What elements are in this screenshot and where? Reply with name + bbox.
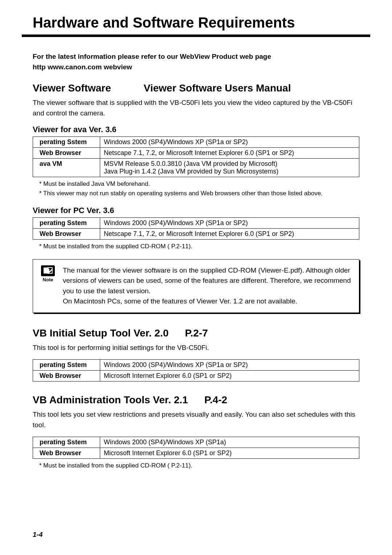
viewer-pc-title: Viewer for PC Ver. 3.6	[33, 206, 359, 215]
admin-tools-footnote: * Must be installed from the supplied CD…	[39, 461, 359, 470]
viewer-java-footnotes: * Must be installed Java VM beforehand. …	[39, 179, 359, 198]
setup-tool-heading: VB Initial Setup Tool Ver. 2.0 P.2-7	[33, 327, 359, 339]
viewer-desc: The viewer software that is supplied wit…	[33, 98, 359, 118]
table-row: perating Sstem Windows 2000 (SP4)/Window…	[33, 360, 359, 371]
value-cell: Netscape 7.1, 7.2, or Microsoft Internet…	[100, 148, 359, 159]
footnote-line: * Must be installed Java VM beforehand.	[39, 179, 359, 189]
table-row: Web Browser Microsoft Internet Explorer …	[33, 448, 359, 459]
viewer-java-table: perating Sstem Windows 2000 (SP4)/Window…	[33, 136, 359, 177]
viewer-heading: Viewer Software Viewer Software Users Ma…	[33, 82, 359, 94]
label-cell: ava VM	[33, 159, 100, 177]
value-cell: Netscape 7.1, 7.2, or Microsoft Internet…	[100, 229, 359, 240]
value-cell: Windows 2000 (SP4)/Windows XP (SP1a)	[100, 437, 359, 448]
label-cell: Web Browser	[33, 448, 100, 459]
label-cell: perating Sstem	[33, 218, 100, 229]
table-row: Web Browser Microsoft Internet Explorer …	[33, 371, 359, 381]
table-row: ava VM MSVM Release 5.0.0.3810 (Java VM …	[33, 159, 359, 177]
viewer-java-title: Viewer for ava Ver. 3.6	[33, 125, 359, 134]
intro-line-2: http www.canon.com webview	[33, 62, 359, 73]
label-cell: Web Browser	[33, 371, 100, 381]
footnote-line: * This viewer may not run stably on oper…	[39, 189, 359, 198]
page-number: 1-4	[33, 531, 42, 539]
admin-tools-desc: This tool lets you set view restrictions…	[33, 409, 359, 430]
viewer-pc-footnote: * Must be installed from the supplied CD…	[39, 242, 359, 251]
value-cell: Windows 2000 (SP4)/Windows XP (SP1a or S…	[100, 360, 359, 371]
setup-tool-ref: P.2-7	[185, 327, 208, 339]
table-row: perating Sstem Windows 2000 (SP4)/Window…	[33, 437, 359, 448]
note-icon-container: Note	[41, 265, 55, 282]
setup-tool-table: perating Sstem Windows 2000 (SP4)/Window…	[33, 359, 359, 381]
viewer-heading-left: Viewer Software	[33, 82, 111, 94]
value-cell: MSVM Release 5.0.0.3810 (Java VM provide…	[100, 159, 359, 177]
table-row: Web Browser Netscape 7.1, 7.2, or Micros…	[33, 148, 359, 159]
note-box: Note The manual for the viewer software …	[33, 259, 359, 313]
viewer-heading-right: Viewer Software Users Manual	[144, 82, 291, 94]
title-rule	[22, 34, 370, 37]
intro-text: For the latest information please refer …	[33, 52, 359, 72]
table-row: perating Sstem Windows 2000 (SP4)/Window…	[33, 137, 359, 148]
admin-tools-title: VB Administration Tools Ver. 2.1	[33, 394, 188, 406]
page-title: Hardware and Software Requirements	[33, 15, 359, 31]
label-cell: Web Browser	[33, 229, 100, 240]
note-text: The manual for the viewer software is on…	[63, 265, 351, 307]
note-icon	[41, 265, 55, 276]
viewer-pc-table: perating Sstem Windows 2000 (SP4)/Window…	[33, 217, 359, 240]
admin-tools-heading: VB Administration Tools Ver. 2.1 P.4-2	[33, 394, 359, 406]
label-cell: perating Sstem	[33, 137, 100, 148]
setup-tool-title: VB Initial Setup Tool Ver. 2.0	[33, 327, 168, 339]
value-cell: Microsoft Internet Explorer 6.0 (SP1 or …	[100, 448, 359, 459]
table-row: Web Browser Netscape 7.1, 7.2, or Micros…	[33, 229, 359, 240]
setup-tool-desc: This tool is for performing initial sett…	[33, 343, 359, 353]
note-label: Note	[43, 277, 53, 282]
value-cell: Windows 2000 (SP4)/Windows XP (SP1a or S…	[100, 137, 359, 148]
label-cell: perating Sstem	[33, 360, 100, 371]
table-row: perating Sstem Windows 2000 (SP4)/Window…	[33, 218, 359, 229]
admin-tools-ref: P.4-2	[204, 394, 227, 406]
value-cell: Microsoft Internet Explorer 6.0 (SP1 or …	[100, 371, 359, 381]
label-cell: Web Browser	[33, 148, 100, 159]
admin-tools-table: perating Sstem Windows 2000 (SP4)/Window…	[33, 437, 359, 459]
value-cell: Windows 2000 (SP4)/Windows XP (SP1a or S…	[100, 218, 359, 229]
label-cell: perating Sstem	[33, 437, 100, 448]
intro-line-1: For the latest information please refer …	[33, 52, 359, 62]
